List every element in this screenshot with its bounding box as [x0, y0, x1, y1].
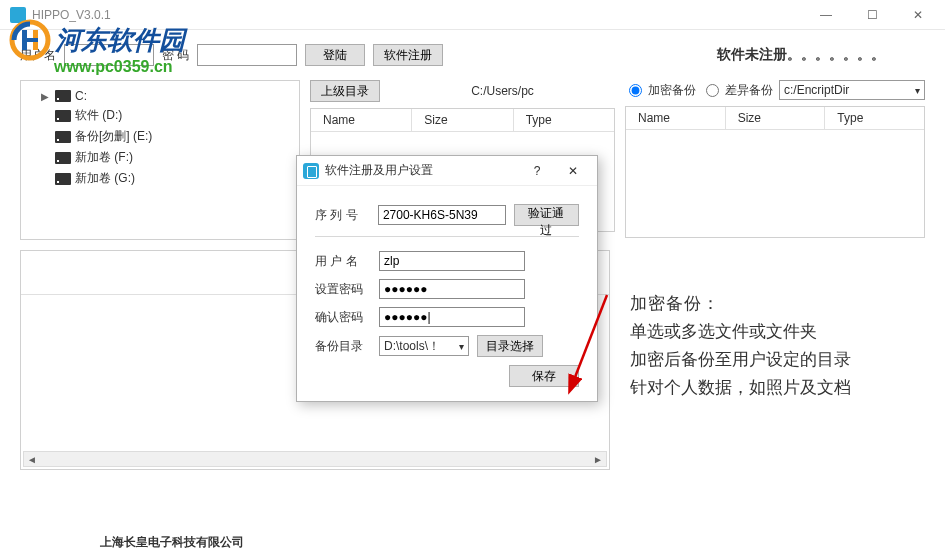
backup-mode-row: 加密备份 差异备份 c:/EncriptDir: [625, 80, 925, 100]
backupdir-label: 备份目录: [315, 338, 371, 355]
titlebar: HIPPO_V3.0.1 — ☐ ✕: [0, 0, 945, 30]
info-text: 加密备份： 单选或多选文件或文件夹 加密后备份至用户设定的目录 针对个人数据，如…: [630, 290, 915, 402]
register-button[interactable]: 软件注册: [373, 44, 443, 66]
scroll-right-arrow[interactable]: ►: [590, 452, 606, 466]
drive-icon: [55, 110, 71, 122]
minimize-button[interactable]: —: [803, 0, 849, 30]
tree-item-label: 新加卷 (F:): [75, 149, 133, 166]
register-dialog: 软件注册及用户设置 ? ✕ 序 列 号 验证通过 用 户 名 设置密码 确认密码…: [296, 155, 598, 402]
radio-encrypt-label: 加密备份: [648, 82, 696, 99]
drive-icon: [55, 152, 71, 164]
listview-header: Name Size Type: [311, 109, 614, 132]
listview-header: Name Size Type: [626, 107, 924, 130]
setpwd-label: 设置密码: [315, 281, 371, 298]
tree-item-c[interactable]: ▶ C:: [27, 87, 293, 105]
col-size[interactable]: Size: [412, 109, 513, 131]
info-line: 单选或多选文件或文件夹: [630, 318, 915, 346]
choose-dir-button[interactable]: 目录选择: [477, 335, 543, 357]
chevron-right-icon: ▶: [41, 91, 51, 102]
verify-button[interactable]: 验证通过: [514, 204, 579, 226]
close-button[interactable]: ✕: [895, 0, 941, 30]
up-dir-button[interactable]: 上级目录: [310, 80, 380, 102]
col-size[interactable]: Size: [726, 107, 826, 129]
drive-icon: [55, 131, 71, 143]
save-button[interactable]: 保存: [509, 365, 579, 387]
confpwd-label: 确认密码: [315, 309, 371, 326]
username-label: 用 户 名: [315, 253, 371, 270]
backup-path-combo[interactable]: c:/EncriptDir: [779, 80, 925, 100]
tree-item-f[interactable]: 新加卷 (F:): [27, 147, 293, 168]
footer-company: 上海长皇电子科技有限公司: [0, 534, 945, 551]
confirm-password-input[interactable]: [379, 307, 525, 327]
col-type[interactable]: Type: [514, 109, 614, 131]
serial-label: 序 列 号: [315, 207, 370, 224]
current-path-label: C:/Users/pc: [390, 84, 615, 98]
set-password-input[interactable]: [379, 279, 525, 299]
modal-username-input[interactable]: [379, 251, 525, 271]
dialog-close-button[interactable]: ✕: [555, 157, 591, 185]
info-line: 针对个人数据，如照片及文档: [630, 374, 915, 402]
tree-item-e[interactable]: 备份[勿删] (E:): [27, 126, 293, 147]
register-status: 软件未注册。。。。。。。: [717, 46, 885, 64]
dialog-title: 软件注册及用户设置: [325, 162, 519, 179]
tree-item-label: 新加卷 (G:): [75, 170, 135, 187]
tree-item-d[interactable]: 软件 (D:): [27, 105, 293, 126]
scroll-track[interactable]: [40, 452, 590, 466]
maximize-button[interactable]: ☐: [849, 0, 895, 30]
col-name[interactable]: Name: [626, 107, 726, 129]
col-name[interactable]: Name: [311, 109, 412, 131]
username-label: 用户名: [20, 47, 56, 64]
tree-item-label: 备份[勿删] (E:): [75, 128, 152, 145]
app-icon: [10, 7, 26, 23]
backup-dir-combo[interactable]: D:\tools\！: [379, 336, 469, 356]
col-type[interactable]: Type: [825, 107, 924, 129]
dialog-icon: [303, 163, 319, 179]
login-button[interactable]: 登陆: [305, 44, 365, 66]
radio-diff-backup[interactable]: [706, 84, 719, 97]
tree-item-g[interactable]: 新加卷 (G:): [27, 168, 293, 189]
drive-tree[interactable]: ▶ C: 软件 (D:) 备份[勿删] (E:) 新加卷 (F:) 新加卷 (G…: [20, 80, 300, 240]
dialog-help-button[interactable]: ?: [519, 157, 555, 185]
drive-icon: [55, 173, 71, 185]
info-title: 加密备份：: [630, 290, 915, 318]
divider: [315, 236, 579, 237]
radio-encrypt-backup[interactable]: [629, 84, 642, 97]
dialog-titlebar: 软件注册及用户设置 ? ✕: [297, 156, 597, 186]
combo-value: D:\tools\！: [384, 338, 440, 355]
file-listview-right[interactable]: Name Size Type: [625, 106, 925, 238]
serial-input[interactable]: [378, 205, 506, 225]
password-input[interactable]: [197, 44, 297, 66]
toolbar: 用户名 密 码 登陆 软件注册 软件未注册。。。。。。。: [0, 30, 945, 80]
combo-value: c:/EncriptDir: [784, 83, 849, 97]
info-panel: 加密备份： 单选或多选文件或文件夹 加密后备份至用户设定的目录 针对个人数据，如…: [620, 250, 925, 470]
window-title: HIPPO_V3.0.1: [32, 8, 111, 22]
dialog-body: 序 列 号 验证通过 用 户 名 设置密码 确认密码 备份目录 D:\tools…: [297, 186, 597, 401]
username-input[interactable]: [64, 44, 154, 66]
radio-diff-label: 差异备份: [725, 82, 773, 99]
tree-item-label: C:: [75, 89, 87, 103]
scroll-left-arrow[interactable]: ◄: [24, 452, 40, 466]
horizontal-scrollbar[interactable]: ◄ ►: [23, 451, 607, 467]
drive-icon: [55, 90, 71, 102]
info-line: 加密后备份至用户设定的目录: [630, 346, 915, 374]
tree-item-label: 软件 (D:): [75, 107, 122, 124]
right-column: 加密备份 差异备份 c:/EncriptDir Name Size Type: [625, 80, 925, 240]
password-label: 密 码: [162, 47, 189, 64]
